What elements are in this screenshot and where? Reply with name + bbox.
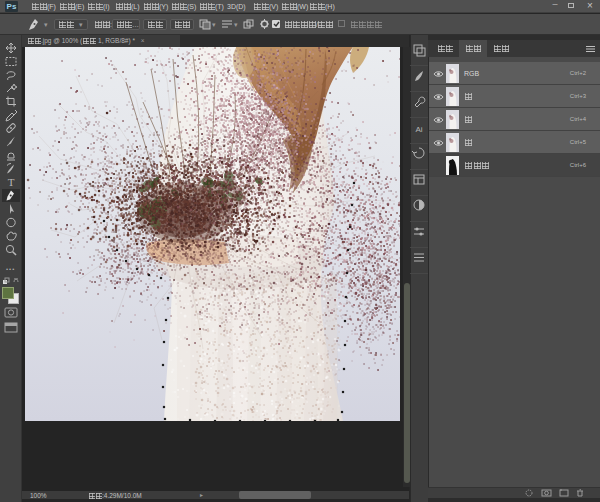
svg-text:T: T (8, 176, 15, 188)
svg-text:Ai: Ai (415, 125, 422, 134)
